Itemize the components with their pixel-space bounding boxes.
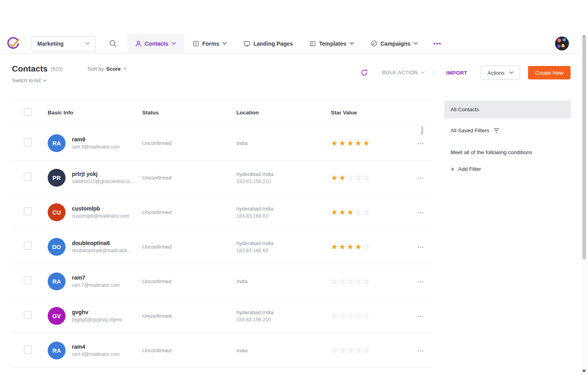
table-row[interactable]: RA ram4 ram.4@mailinator.com Unconfirmed… (12, 333, 431, 368)
star-icon[interactable]: ☆ (347, 346, 355, 355)
star-rating[interactable]: ★★★★☆ (331, 243, 410, 251)
star-icon[interactable]: ☆ (363, 312, 371, 320)
contact-name[interactable]: customlpb (72, 205, 129, 212)
star-rating[interactable]: ☆☆☆☆☆ (331, 347, 410, 354)
star-rating[interactable]: ☆☆☆☆☆ (331, 278, 410, 285)
scrollbar-down-arrow-icon[interactable] (582, 370, 586, 373)
row-menu-icon[interactable]: ••• (418, 349, 424, 353)
star-icon[interactable]: ☆ (363, 174, 371, 182)
nav-more-icon[interactable]: ••• (426, 34, 449, 54)
nav-item-templates[interactable]: Templates (301, 34, 362, 54)
star-icon[interactable]: ☆ (363, 208, 371, 216)
star-icon[interactable]: ☆ (355, 346, 363, 355)
star-icon[interactable]: ☆ (355, 208, 363, 216)
select-all-checkbox[interactable] (24, 108, 32, 116)
scrollbar-thumb[interactable] (582, 37, 586, 259)
table-row[interactable]: GV gvghv jhjgbgb@gvghvg.sfgere Unconfirm… (12, 299, 431, 333)
nav-item-campaigns[interactable]: Campaigns (362, 34, 426, 54)
page-scrollbar[interactable] (581, 34, 588, 373)
star-icon[interactable]: ☆ (355, 312, 363, 320)
contact-name[interactable]: ram9 (72, 136, 120, 143)
star-icon[interactable]: ★ (339, 243, 347, 251)
row-checkbox[interactable] (24, 242, 32, 250)
star-icon[interactable]: ☆ (363, 243, 371, 251)
table-row[interactable]: PR prtrjt yokj sahith0010@gharcentral.co… (12, 160, 431, 195)
star-rating[interactable]: ☆☆☆☆☆ (331, 312, 410, 320)
table-row[interactable]: RA ram7 ram.7@mailinator.com Unconfirmed… (12, 264, 431, 299)
star-icon[interactable]: ★ (347, 139, 355, 147)
star-icon[interactable]: ☆ (339, 346, 347, 355)
row-menu-icon[interactable]: ••• (418, 314, 424, 319)
row-menu-icon[interactable]: ••• (418, 176, 424, 180)
refresh-button[interactable] (359, 67, 370, 78)
star-icon[interactable]: ☆ (331, 277, 339, 286)
contact-name[interactable]: gvghv (72, 309, 122, 315)
star-icon[interactable]: ★ (339, 139, 347, 147)
star-rating[interactable]: ★★★☆☆ (331, 209, 410, 216)
star-icon[interactable]: ☆ (363, 346, 371, 355)
star-icon[interactable]: ☆ (339, 277, 347, 286)
user-avatar[interactable] (555, 37, 569, 50)
contact-status: Unconfirmed (142, 175, 236, 181)
row-menu-icon[interactable]: ••• (418, 245, 424, 249)
all-saved-filters-item[interactable]: All Saved Filters (451, 127, 499, 133)
contact-status: Unconfirmed (142, 244, 236, 250)
nav-item-label: Landing Pages (253, 41, 293, 47)
table-scrollbar-thumb[interactable] (421, 126, 423, 135)
contact-name[interactable]: doubleoptina6 (72, 240, 131, 246)
chevron-down-icon (509, 71, 513, 74)
table-row[interactable]: DO doubleoptina6 doubleoptina6@mailinato… (12, 230, 431, 264)
workspace-selector[interactable]: Marketing (31, 36, 96, 51)
star-icon[interactable]: ☆ (347, 174, 355, 182)
row-checkbox[interactable] (24, 207, 32, 215)
actions-dropdown-button[interactable]: Actions (481, 66, 520, 80)
bulk-action-button[interactable]: BULK ACTION (382, 70, 425, 75)
nav-item-forms[interactable]: Forms (184, 34, 235, 54)
star-icon[interactable]: ★ (347, 208, 355, 216)
star-icon[interactable]: ★ (355, 139, 363, 147)
star-icon[interactable]: ☆ (363, 277, 371, 286)
switch-to-list-control[interactable]: Switch to list (12, 77, 47, 83)
star-icon[interactable]: ★ (339, 174, 347, 182)
star-icon[interactable]: ★ (331, 174, 339, 182)
star-icon[interactable]: ★ (331, 139, 339, 147)
star-icon[interactable]: ★ (339, 208, 347, 216)
search-button[interactable] (107, 37, 119, 50)
contact-name[interactable]: ram7 (72, 274, 120, 281)
sort-by-control[interactable]: Sort by Score (87, 66, 127, 72)
star-icon[interactable]: ★ (331, 243, 339, 251)
row-menu-icon[interactable]: ••• (418, 210, 424, 215)
row-menu-icon[interactable]: ••• (418, 280, 424, 284)
row-checkbox[interactable] (24, 138, 32, 146)
row-checkbox[interactable] (24, 346, 32, 353)
contact-name[interactable]: prtrjt yokj (72, 171, 134, 177)
star-icon[interactable]: ☆ (347, 277, 355, 286)
star-icon[interactable]: ☆ (331, 312, 339, 320)
nav-item-contacts[interactable]: Contacts (127, 34, 184, 54)
star-icon[interactable]: ☆ (347, 312, 355, 320)
star-icon[interactable]: ★ (363, 139, 371, 147)
star-icon[interactable]: ☆ (355, 277, 363, 286)
nav-item-landing-pages[interactable]: Landing Pages (235, 34, 302, 54)
create-new-button[interactable]: Create New (528, 66, 571, 79)
row-checkbox[interactable] (24, 311, 32, 319)
row-checkbox[interactable] (24, 276, 32, 284)
star-icon[interactable]: ★ (347, 243, 355, 251)
brand-logo-icon[interactable] (6, 36, 21, 51)
all-contacts-item[interactable]: All Contacts (444, 100, 571, 118)
star-icon[interactable]: ★ (355, 243, 363, 251)
row-menu-icon[interactable]: ••• (418, 141, 424, 146)
import-button[interactable]: IMPORT (444, 70, 470, 76)
star-icon[interactable]: ★ (331, 208, 339, 216)
workspace-label: Marketing (37, 41, 64, 47)
table-row[interactable]: RA ram9 ram.9@mailinator.com Unconfirmed… (12, 126, 431, 160)
star-icon[interactable]: ☆ (339, 312, 347, 320)
contact-name[interactable]: ram4 (72, 344, 120, 350)
star-rating[interactable]: ★★★★★ (331, 139, 410, 147)
star-icon[interactable]: ☆ (331, 346, 339, 355)
add-filter-button[interactable]: + Add Filter (451, 166, 481, 172)
star-rating[interactable]: ★★☆☆☆ (331, 174, 410, 182)
star-icon[interactable]: ☆ (355, 174, 363, 182)
row-checkbox[interactable] (24, 173, 32, 181)
table-row[interactable]: CU customlpb customlpb@mailinator.com Un… (12, 195, 431, 230)
